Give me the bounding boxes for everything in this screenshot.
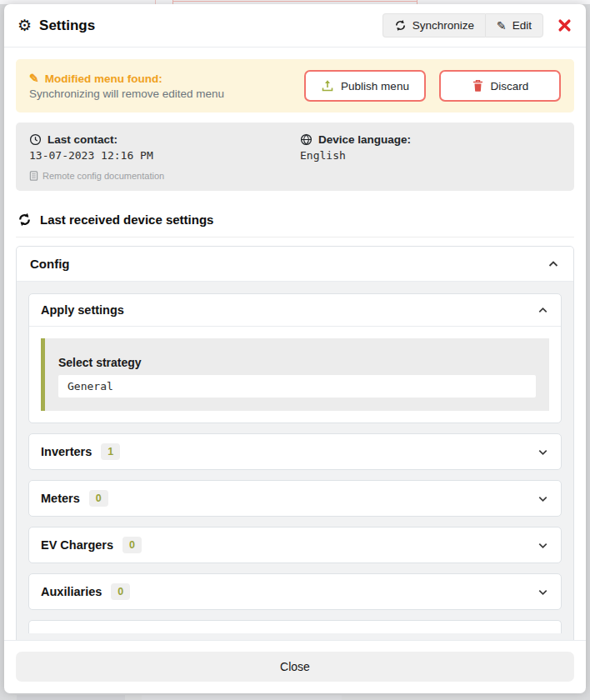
count-badge: 0 (89, 490, 108, 507)
select-strategy-box: Select strategy General (41, 338, 549, 411)
meters-label: Meters (41, 492, 80, 505)
config-accordion-header[interactable]: Config (17, 247, 573, 281)
chevron-down-icon (537, 539, 549, 552)
publish-menu-button[interactable]: Publish menu (304, 70, 426, 102)
config-accordion: Config Apply settings Sel (16, 246, 574, 640)
auxiliaries-label: Auxiliaries (41, 585, 102, 598)
chevron-up-icon (547, 258, 560, 271)
refresh-icon (18, 212, 32, 227)
accordion-item-auxiliaries: Auxiliaries 0 (28, 573, 562, 610)
last-contact-label: Last contact: (48, 133, 118, 146)
background-page-bottom (142, 695, 342, 700)
modal-body[interactable]: ✎ Modified menu found: Synchronizing wil… (4, 48, 586, 640)
strategy-value-field[interactable]: General (58, 375, 536, 398)
apply-settings-accordion: Apply settings Select strategy General (28, 293, 562, 423)
refresh-icon (394, 19, 407, 32)
settings-modal: ⚙ Settings Synchronize (4, 4, 586, 693)
config-accordion-body: Apply settings Select strategy General (17, 281, 573, 640)
last-received-heading: Last received device settings (18, 212, 572, 227)
device-info-panel: Last contact: 13-07-2023 12:16 PM Remote… (16, 122, 574, 191)
ev-chargers-label: EV Chargers (41, 538, 113, 552)
globe-icon (300, 133, 312, 146)
edit-label: Edit (512, 19, 532, 32)
select-strategy-label: Select strategy (58, 356, 536, 369)
synchronize-label: Synchronize (412, 19, 474, 32)
ev-chargers-header[interactable]: EV Chargers 0 (29, 528, 561, 562)
synchronize-button[interactable]: Synchronize (382, 13, 485, 38)
close-button[interactable]: Close (16, 652, 574, 682)
modified-menu-alert: ✎ Modified menu found: Synchronizing wil… (16, 59, 574, 112)
close-icon[interactable] (556, 17, 573, 34)
section-heading-label: Last received device settings (40, 212, 213, 227)
apply-settings-body: Select strategy General (29, 326, 561, 422)
remote-config-doc-link[interactable]: Remote config documentation (29, 171, 290, 181)
accordion-item-meters: Meters 0 (28, 480, 562, 517)
meters-header[interactable]: Meters 0 (29, 481, 561, 516)
chevron-down-icon (537, 492, 549, 505)
discard-label: Discard (491, 80, 529, 92)
modal-footer: Close (4, 640, 586, 693)
pencil-icon: ✎ (29, 72, 39, 84)
pencil-icon: ✎ (497, 20, 507, 32)
accordion-item-inverters: Inverters 1 (28, 433, 562, 470)
auxiliaries-header[interactable]: Auxiliaries 0 (29, 574, 561, 609)
count-badge: 0 (122, 537, 142, 553)
page-title: Settings (39, 18, 95, 34)
publish-menu-label: Publish menu (341, 80, 409, 92)
doc-link-label: Remote config documentation (42, 171, 164, 181)
edit-button[interactable]: ✎ Edit (485, 13, 543, 38)
inverters-header[interactable]: Inverters 1 (29, 434, 561, 469)
document-icon (29, 171, 38, 181)
chevron-down-icon (537, 586, 549, 598)
publish-upload-icon (321, 79, 334, 92)
accordion-item-partial[interactable] (28, 620, 562, 633)
config-title: Config (30, 257, 69, 271)
last-contact-value: 13-07-2023 12:16 PM (29, 149, 290, 162)
apply-settings-header[interactable]: Apply settings (29, 294, 561, 326)
apply-settings-title: Apply settings (41, 303, 124, 317)
clock-icon (29, 133, 42, 146)
divider (16, 237, 574, 238)
device-language-label: Device language: (318, 133, 411, 146)
background-page-bottom (17, 695, 125, 700)
chevron-up-icon (537, 304, 549, 317)
count-badge: 1 (101, 443, 120, 460)
alert-title: Modified menu found: (45, 72, 162, 85)
trash-icon (472, 79, 484, 92)
modal-header: ⚙ Settings Synchronize (4, 4, 586, 48)
inverters-label: Inverters (41, 445, 92, 458)
device-language-value: English (300, 149, 561, 162)
discard-button[interactable]: Discard (439, 70, 561, 102)
count-badge: 0 (111, 583, 130, 600)
gear-icon: ⚙ (18, 18, 32, 33)
alert-message: Synchronizing will remove edited menu (29, 88, 224, 100)
accordion-item-ev-chargers: EV Chargers 0 (28, 527, 562, 563)
chevron-down-icon (537, 446, 549, 458)
